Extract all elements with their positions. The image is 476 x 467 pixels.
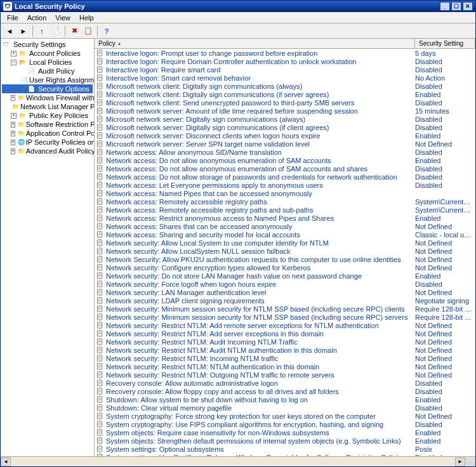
policy-row[interactable]: Shutdown: Allow system to be shut down w… — [95, 395, 475, 404]
policy-row[interactable]: Network access: Do not allow anonymous e… — [95, 156, 475, 164]
policy-row[interactable]: System objects: Require case insensitivi… — [95, 428, 475, 437]
policy-row[interactable]: Network security: Restrict NTLM: Add rem… — [95, 321, 475, 329]
policy-name: Microsoft network client: Send unencrypt… — [106, 99, 415, 107]
tree-sw-restrict[interactable]: + 📁 Software Restriction Policies — [2, 120, 93, 129]
policy-row[interactable]: Network access: Do not allow storage of … — [95, 173, 475, 181]
policy-row[interactable]: Microsoft network client: Send unencrypt… — [95, 98, 475, 107]
tree-public-key[interactable]: + 📁 Public Key Policies — [2, 111, 93, 120]
policy-row[interactable]: Network security: LAN Manager authentica… — [95, 288, 475, 296]
policy-row[interactable]: System cryptography: Force strong key pr… — [95, 412, 475, 420]
scroll-track[interactable] — [11, 457, 455, 466]
policy-row[interactable]: Network access: Shares that can be acces… — [95, 222, 475, 230]
up-button[interactable]: ↑ — [36, 25, 48, 37]
policy-row[interactable]: Microsoft network server: Server SPN tar… — [95, 140, 475, 148]
expand-icon[interactable]: + — [11, 140, 15, 145]
policy-row[interactable]: Network access: Allow anonymous SID/Name… — [95, 148, 475, 156]
policy-row[interactable]: Network security: Restrict NTLM: NTLM au… — [95, 362, 475, 371]
policy-row[interactable]: Network Security: Allow PKU2U authentica… — [95, 255, 475, 263]
tree-security-options[interactable]: 📄 Security Options — [2, 84, 93, 93]
policy-row[interactable]: Interactive logon: Require smart cardDis… — [95, 65, 475, 74]
document-icon — [95, 132, 104, 140]
policy-row[interactable]: Network security: Do not store LAN Manag… — [95, 272, 475, 280]
tree-adv-audit[interactable]: + 📁 Advanced Audit Policy Configurat — [2, 147, 93, 155]
tree-root[interactable]: 🛡 Security Settings — [2, 40, 93, 49]
menu-file[interactable]: File — [3, 13, 22, 22]
export-button[interactable]: 📄 — [50, 25, 62, 37]
maximize-button[interactable]: ☐ — [451, 2, 461, 11]
expand-icon[interactable]: + — [11, 51, 17, 56]
policy-row[interactable]: Microsoft network client: Digitally sign… — [95, 90, 475, 98]
policy-row[interactable]: Network access: Let Everyone permissions… — [95, 181, 475, 189]
policy-row[interactable]: Network security: Allow Local System to … — [95, 239, 475, 247]
policy-name: Network access: Do not allow anonymous e… — [106, 165, 415, 173]
tree-app-control[interactable]: + 📁 Application Control Policies — [2, 129, 93, 138]
menu-help[interactable]: Help — [76, 13, 98, 22]
policy-name: Network security: Restrict NTLM: Audit I… — [106, 338, 415, 346]
policy-row[interactable]: Network security: Minimum session securi… — [95, 313, 475, 321]
tree-ip-sec[interactable]: + 🌐 IP Security Policies on Local Com — [2, 138, 93, 147]
policy-row[interactable]: Shutdown: Clear virtual memory pagefileD… — [95, 404, 475, 412]
titlebar[interactable]: 🛡 Local Security Policy _ ☐ ✕ — [1, 1, 475, 12]
policy-row[interactable]: Network access: Remotely accessible regi… — [95, 197, 475, 206]
policy-row[interactable]: Interactive logon: Require Domain Contro… — [95, 57, 475, 65]
policy-row[interactable]: Microsoft network server: Disconnect cli… — [95, 131, 475, 140]
policy-row[interactable]: Network security: Restrict NTLM: Incomin… — [95, 354, 475, 362]
policy-row[interactable]: Network access: Named Pipes that can be … — [95, 189, 475, 197]
globe-icon: 🌐 — [18, 138, 25, 146]
tree-local-policies[interactable]: − 📂 Local Policies — [2, 58, 93, 67]
scroll-left-button[interactable]: ◄ — [1, 457, 11, 466]
expand-icon[interactable]: + — [11, 113, 17, 119]
menu-view[interactable]: View — [51, 13, 74, 22]
delete-button[interactable]: ✖ — [68, 25, 81, 37]
expand-icon[interactable]: + — [11, 122, 15, 128]
policy-row[interactable]: Recovery console: Allow floppy copy and … — [95, 387, 475, 395]
policy-row[interactable]: Network security: LDAP client signing re… — [95, 296, 475, 305]
policy-row[interactable]: Network security: Restrict NTLM: Add ser… — [95, 329, 475, 338]
policy-row[interactable]: Network security: Allow LocalSystem NULL… — [95, 247, 475, 255]
policy-row[interactable]: Microsoft network server: Amount of idle… — [95, 107, 475, 115]
policy-row[interactable]: Network security: Restrict NTLM: Outgoin… — [95, 371, 475, 379]
policy-row[interactable]: Interactive logon: Smart card removal be… — [95, 74, 475, 82]
policy-row[interactable]: System objects: Strengthen default permi… — [95, 437, 475, 445]
collapse-icon[interactable]: − — [11, 60, 17, 65]
tree-audit-policy[interactable]: 📄 Audit Policy — [2, 67, 93, 76]
forward-button[interactable]: ► — [17, 25, 30, 37]
policy-row[interactable]: Microsoft network server: Digitally sign… — [95, 123, 475, 131]
document-icon — [95, 91, 104, 98]
policy-row[interactable]: Microsoft network client: Digitally sign… — [95, 82, 475, 90]
policy-row[interactable]: Microsoft network server: Digitally sign… — [95, 115, 475, 123]
minimize-button[interactable]: _ — [440, 2, 450, 11]
tree-firewall[interactable]: + 📁 Windows Firewall with Advanced — [2, 93, 93, 102]
policy-row[interactable]: Recovery console: Allow automatic admini… — [95, 379, 475, 387]
column-setting[interactable]: Security Setting — [415, 39, 475, 48]
column-policy[interactable]: Policy — [95, 39, 415, 48]
policy-row[interactable]: Network access: Sharing and security mod… — [95, 230, 475, 239]
policy-row[interactable]: System settings: Optional subsystemsPosi… — [95, 445, 475, 453]
policy-row[interactable]: Network security: Restrict NTLM: Audit N… — [95, 346, 475, 354]
expand-icon[interactable]: + — [11, 95, 15, 101]
tree-view[interactable]: 🛡 Security Settings + 📁 Account Policies… — [1, 39, 95, 456]
policy-row[interactable]: Interactive logon: Prompt user to change… — [95, 49, 475, 57]
expand-icon[interactable]: + — [11, 148, 15, 154]
menu-action[interactable]: Action — [23, 13, 51, 22]
policy-row[interactable]: Network security: Configure encryption t… — [95, 263, 475, 272]
expand-icon[interactable]: + — [11, 131, 15, 136]
horizontal-scrollbar[interactable]: ◄ ► — [1, 456, 475, 466]
policy-row[interactable]: Network security: Restrict NTLM: Audit I… — [95, 338, 475, 346]
policy-setting: Not Defined — [415, 346, 475, 354]
properties-button[interactable]: 📋 — [82, 25, 95, 37]
tree-account-policies[interactable]: + 📁 Account Policies — [2, 49, 93, 58]
help-button[interactable]: ? — [100, 25, 113, 37]
policy-row[interactable]: Network access: Remotely accessible regi… — [95, 206, 475, 214]
scroll-right-button[interactable]: ► — [455, 457, 465, 466]
policy-row[interactable]: Network security: Minimum session securi… — [95, 305, 475, 313]
back-button[interactable]: ◄ — [3, 25, 16, 37]
policy-row[interactable]: Network security: Force logoff when logo… — [95, 280, 475, 288]
policy-list[interactable]: Interactive logon: Prompt user to change… — [95, 49, 475, 456]
policy-row[interactable]: Network access: Restrict anonymous acces… — [95, 214, 475, 222]
tree-user-rights[interactable]: 📄 User Rights Assignment — [2, 76, 93, 84]
close-button[interactable]: ✕ — [463, 2, 473, 11]
policy-row[interactable]: Network access: Do not allow anonymous e… — [95, 164, 475, 173]
policy-row[interactable]: System cryptography: Use FIPS compliant … — [95, 420, 475, 428]
tree-nlm[interactable]: 📁 Network List Manager Policies — [2, 102, 93, 111]
